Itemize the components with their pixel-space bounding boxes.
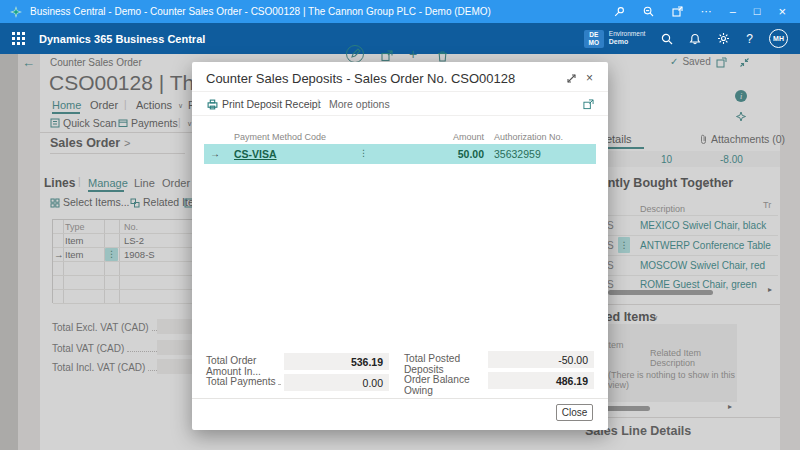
popout-window-icon[interactable]: [672, 6, 683, 17]
deposit-row-options-icon[interactable]: ⋮: [359, 148, 368, 158]
zoom-out-icon[interactable]: [643, 6, 654, 17]
print-deposit-receipt-button[interactable]: Print Deposit Receipt: [222, 98, 321, 110]
settings-gear-icon[interactable]: [717, 32, 730, 45]
deposit-row-arrow: →: [210, 148, 220, 159]
help-icon[interactable]: ?: [746, 32, 753, 46]
dialog-toolbar-separator: |: [317, 98, 320, 109]
browser-titlebar: Business Central - Demo - Counter Sales …: [0, 0, 800, 23]
deposit-row-selected[interactable]: → CS-VISA ⋮ 50.00 35632959: [204, 144, 596, 164]
badge-line1: DE: [589, 31, 598, 38]
total-posted-deposits-row: Total Posted Deposits: [404, 353, 486, 375]
window-title: Business Central - Demo - Counter Sales …: [30, 6, 614, 17]
order-balance-owing-value: 486.19: [488, 372, 594, 389]
close-window-icon[interactable]: ×: [778, 5, 786, 18]
dialog-title: Counter Sales Deposits - Sales Order No.…: [206, 71, 515, 86]
environment-switcher[interactable]: DE MO Environment Demo: [584, 30, 646, 48]
deposit-col-authorization: Authorization No.: [494, 132, 563, 142]
pin-icon[interactable]: [614, 6, 625, 17]
dialog-share-icon[interactable]: [583, 99, 594, 110]
total-payments-value: 0.00: [284, 374, 389, 391]
close-button[interactable]: Close: [556, 404, 593, 421]
total-order-amount-value: 536.19: [284, 353, 389, 370]
total-payments-label: Total Payments: [206, 376, 276, 387]
app-brand[interactable]: Dynamics 365 Business Central: [39, 33, 205, 45]
maximize-icon[interactable]: □: [754, 6, 761, 17]
environment-word: Environment: [609, 30, 646, 37]
expand-dialog-icon[interactable]: [566, 73, 577, 84]
minimize-icon[interactable]: –: [730, 6, 736, 17]
business-central-app-icon: [10, 6, 22, 18]
app-header: Dynamics 365 Business Central DE MO Envi…: [0, 23, 800, 54]
environment-label: Environment Demo: [609, 30, 646, 47]
print-receipt-icon: [207, 99, 218, 110]
order-balance-owing-row: Order Balance Owing: [404, 374, 486, 396]
badge-line2: MO: [589, 39, 599, 46]
application-window: Business Central - Demo - Counter Sales …: [0, 0, 800, 450]
total-order-amount-row: Total Order Amount In...: [206, 355, 282, 377]
deposit-authorization-no[interactable]: 35632959: [494, 148, 541, 160]
close-dialog-icon[interactable]: ×: [586, 71, 593, 85]
total-payments-row: Total Payments: [206, 376, 282, 387]
total-posted-deposits-label: Total Posted Deposits: [404, 353, 482, 375]
search-icon[interactable]: [661, 33, 673, 45]
environment-badge: DE MO: [584, 30, 604, 48]
order-balance-owing-label: Order Balance Owing: [404, 374, 482, 396]
environment-name: Demo: [609, 38, 646, 47]
deposit-col-amount: Amount: [447, 132, 484, 142]
notifications-bell-icon[interactable]: [689, 33, 701, 45]
more-options-button[interactable]: More options: [329, 98, 390, 110]
avatar[interactable]: MH: [769, 29, 788, 48]
deposit-payment-method[interactable]: CS-VISA: [234, 148, 277, 160]
browser-more-icon[interactable]: ⋯: [701, 6, 712, 17]
total-posted-deposits-value: -50.00: [488, 351, 594, 368]
counter-sales-deposits-dialog: Counter Sales Deposits - Sales Order No.…: [192, 62, 608, 430]
deposit-amount[interactable]: 50.00: [414, 148, 484, 160]
waffle-menu-icon[interactable]: [12, 32, 25, 45]
total-order-amount-label: Total Order Amount In...: [206, 355, 282, 377]
deposit-col-payment-method: Payment Method Code: [234, 132, 326, 142]
